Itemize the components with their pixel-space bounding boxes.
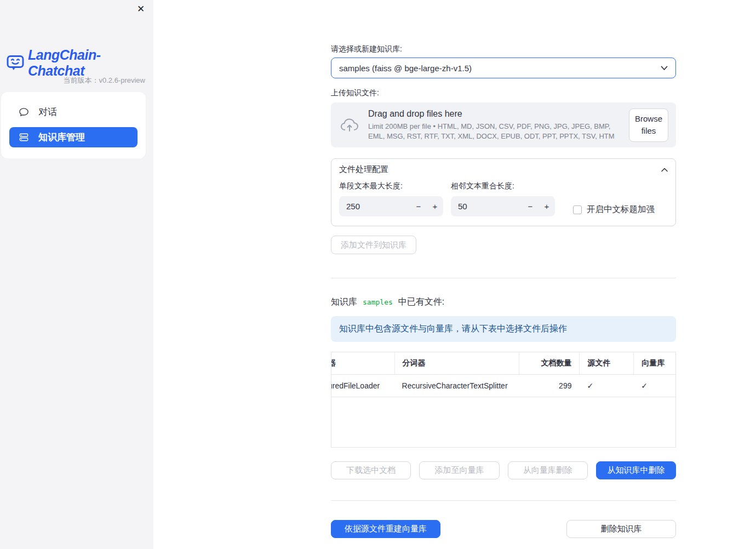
download-selected-button[interactable]: 下载选中文档 <box>331 461 411 479</box>
kb-select[interactable]: samples (faiss @ bge-large-zh-v1.5) <box>331 58 676 78</box>
chat-bubble-icon <box>19 107 29 117</box>
dropzone-instruction: Drag and drop files here <box>368 109 620 119</box>
table-header-row: 器 分词器 文档数量 源文件 向量库 <box>331 352 675 375</box>
column-header-source-file[interactable]: 源文件 <box>579 352 633 374</box>
app-logo: LangChain-Chatchat <box>7 47 153 79</box>
sidebar-item-chat[interactable]: 对话 <box>9 102 138 122</box>
cloud-upload-icon <box>340 117 359 133</box>
cell-loader: uredFileLoader <box>331 375 394 397</box>
file-config-expander: 文件处理配置 单段文本最大长度: 250 − + 相邻文 <box>331 158 676 226</box>
cell-vector-store-check: ✓ <box>633 375 675 397</box>
chunk-size-group: 单段文本最大长度: 250 − + <box>339 181 443 216</box>
logo-text: LangChain-Chatchat <box>28 47 153 79</box>
info-banner-text: 知识库中包含源文件与向量库，请从下表中选择文件后操作 <box>339 323 567 335</box>
cell-doc-count: 299 <box>519 375 580 397</box>
sidebar-item-label: 对话 <box>38 106 57 118</box>
add-to-vectorstore-button[interactable]: 添加至向量库 <box>419 461 499 479</box>
zh-title-enhance-checkbox[interactable] <box>573 205 582 214</box>
overlap-size-group: 相邻文本重合长度: 50 − + <box>451 181 555 216</box>
column-header-splitter[interactable]: 分词器 <box>394 352 519 374</box>
divider <box>331 500 676 501</box>
close-icon[interactable]: ✕ <box>135 3 147 15</box>
delete-from-kb-button[interactable]: 从知识库中删除 <box>596 461 676 479</box>
add-files-to-kb-button[interactable]: 添加文件到知识库 <box>331 236 416 254</box>
chevron-up-icon <box>661 168 668 172</box>
file-dropzone[interactable]: Drag and drop files here Limit 200MB per… <box>331 102 676 147</box>
divider <box>331 278 676 278</box>
cell-source-file-check: ✓ <box>579 375 633 397</box>
chevron-down-icon <box>661 66 668 71</box>
cell-splitter: RecursiveCharacterTextSplitter <box>394 375 519 397</box>
overlap-size-input[interactable]: 50 − + <box>451 196 555 216</box>
uploader-label: 上传知识文件: <box>331 88 676 98</box>
chunk-size-input[interactable]: 250 − + <box>339 196 443 216</box>
kb-management-page: 请选择或新建知识库: samples (faiss @ bge-large-zh… <box>331 0 676 538</box>
table-row[interactable]: uredFileLoader RecursiveCharacterTextSpl… <box>331 375 675 397</box>
kb-action-buttons: 依据源文件重建向量库 删除知识库 <box>331 520 676 538</box>
dropzone-texts: Drag and drop files here Limit 200MB per… <box>368 109 620 141</box>
chunk-size-decrement-button[interactable]: − <box>410 202 427 211</box>
kb-select-value: samples (faiss @ bge-large-zh-v1.5) <box>339 64 472 73</box>
chunk-size-value: 250 <box>339 202 410 211</box>
chunk-size-label: 单段文本最大长度: <box>339 181 443 191</box>
overlap-size-increment-button[interactable]: + <box>539 202 555 211</box>
overlap-size-label: 相邻文本重合长度: <box>451 181 555 191</box>
column-header-doc-count[interactable]: 文档数量 <box>519 352 580 374</box>
sidebar-menu: 对话 知识库管理 <box>1 92 146 158</box>
kb-name-code: samples <box>362 298 394 307</box>
chunk-size-increment-button[interactable]: + <box>427 202 443 211</box>
file-action-buttons: 下载选中文档 添加至向量库 从向量库删除 从知识库中删除 <box>331 461 676 479</box>
file-config-expander-header[interactable]: 文件处理配置 <box>331 159 675 179</box>
sidebar: ✕ LangChain-Chatchat 当前版本：v0.2.6-preview <box>0 0 153 549</box>
kb-files-heading: 知识库 samples 中已有文件: <box>331 296 676 308</box>
sidebar-item-label: 知识库管理 <box>38 131 85 144</box>
version-text: 当前版本：v0.2.6-preview <box>63 76 145 85</box>
column-header-vector-store[interactable]: 向量库 <box>633 352 675 374</box>
app: ✕ LangChain-Chatchat 当前版本：v0.2.6-preview <box>0 0 756 549</box>
chat-smiley-icon <box>7 55 24 71</box>
kb-files-table[interactable]: 器 分词器 文档数量 源文件 向量库 uredFileLoader Recurs… <box>331 352 676 448</box>
sidebar-item-kb-management[interactable]: 知识库管理 <box>9 127 138 147</box>
kb-select-label: 请选择或新建知识库: <box>331 44 676 54</box>
overlap-size-decrement-button[interactable]: − <box>522 202 539 211</box>
kb-files-suffix: 中已有文件: <box>398 296 444 308</box>
delete-kb-button[interactable]: 删除知识库 <box>566 520 676 538</box>
rebuild-vectorstore-button[interactable]: 依据源文件重建向量库 <box>331 520 440 538</box>
overlap-size-value: 50 <box>451 202 522 211</box>
column-header-loader[interactable]: 器 <box>331 352 394 374</box>
zh-title-enhance-label: 开启中文标题加强 <box>587 204 655 215</box>
dropzone-limit-text: Limit 200MB per file • HTML, MD, JSON, C… <box>368 122 620 141</box>
browse-files-button[interactable]: Browse files <box>629 108 668 142</box>
delete-from-vectorstore-button[interactable]: 从向量库删除 <box>508 461 588 479</box>
stack-icon <box>19 132 29 142</box>
kb-files-prefix: 知识库 <box>331 296 357 308</box>
file-config-body: 单段文本最大长度: 250 − + 相邻文本重合长度: 50 − + <box>331 179 675 226</box>
info-banner: 知识库中包含源文件与向量库，请从下表中选择文件后操作 <box>331 316 676 342</box>
file-config-title: 文件处理配置 <box>339 164 388 175</box>
zh-title-enhance-group: 开启中文标题加强 <box>573 204 655 215</box>
